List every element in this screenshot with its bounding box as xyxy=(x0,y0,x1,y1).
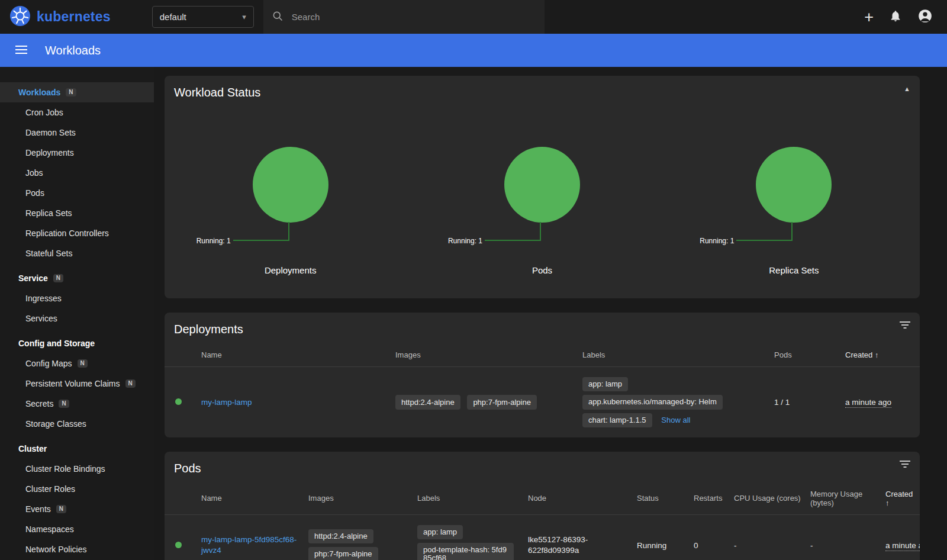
new-badge: N xyxy=(66,88,76,96)
bell-icon xyxy=(889,9,902,24)
pods-ready-count: 1 / 1 xyxy=(774,367,845,437)
search-input[interactable] xyxy=(292,12,536,22)
col-header-images: Images xyxy=(395,343,582,367)
new-badge: N xyxy=(78,359,88,368)
col-header-name[interactable]: Name xyxy=(201,482,308,515)
sidebar-item-pods[interactable]: Pods xyxy=(0,183,154,203)
sidebar-item-cluster-role-bindings[interactable]: Cluster Role Bindings xyxy=(0,459,154,479)
sidebar-item-label: Service xyxy=(18,273,48,283)
create-resource-button[interactable]: + xyxy=(864,10,874,24)
col-header-restarts: Restarts xyxy=(694,482,734,515)
deployment-row: my-lamp-lamp httpd:2.4-alpine php:7-fpm-… xyxy=(165,367,920,437)
deployment-name-link[interactable]: my-lamp-lamp xyxy=(201,398,252,407)
sidebar-item-jobs[interactable]: Jobs xyxy=(0,163,154,183)
collapse-card-button[interactable]: ▲ xyxy=(904,84,910,93)
col-header-status: Status xyxy=(637,482,694,515)
sidebar-item-label: Secrets xyxy=(25,399,53,408)
pie-annotation-connector xyxy=(736,222,793,241)
node-name: lke55127-86393-622f8d09399a xyxy=(528,535,627,556)
pie-annotation-connector xyxy=(485,222,541,241)
sidebar-item-label: Cron Jobs xyxy=(25,108,63,117)
sidebar-item-replica-sets[interactable]: Replica Sets xyxy=(0,203,154,223)
kubernetes-logo-icon xyxy=(9,5,31,29)
deployments-table: Name Images Labels Pods Created ↑ my-lam… xyxy=(165,343,920,437)
col-header-labels: Labels xyxy=(417,482,528,515)
sidebar-item-namespaces[interactable]: Namespaces xyxy=(0,519,154,539)
topbar-actions: + xyxy=(864,8,938,25)
sidebar-item-stateful-sets[interactable]: Stateful Sets xyxy=(0,243,154,263)
sidebar-header-cluster[interactable]: Cluster xyxy=(0,439,154,459)
pie-annotation-label: Running: 1 xyxy=(700,236,734,246)
search-bar[interactable] xyxy=(263,0,545,34)
account-button[interactable] xyxy=(917,8,933,25)
created-relative-time: a minute ago xyxy=(845,398,891,408)
sidebar-item-label: Replica Sets xyxy=(25,208,72,218)
col-header-created[interactable]: Created ↑ xyxy=(885,482,920,515)
sidebar-item-secrets[interactable]: Secrets N xyxy=(0,394,154,414)
status-running-dot xyxy=(175,542,182,548)
workload-status-charts: Running: 1 Deployments Running: 1 Pods R… xyxy=(165,107,920,298)
col-header-name[interactable]: Name xyxy=(201,343,395,367)
pie-annotation-label: Running: 1 xyxy=(197,236,231,246)
sidebar-item-events[interactable]: Events N xyxy=(0,499,154,519)
sidebar-item-cron-jobs[interactable]: Cron Jobs xyxy=(0,102,154,123)
table-header-row: Name Images Labels Pods Created ↑ xyxy=(165,343,920,367)
card-title: Workload Status xyxy=(165,76,920,107)
kubernetes-home-link[interactable]: kubernetes xyxy=(9,5,111,29)
account-circle-icon xyxy=(917,8,933,25)
sidebar-item-service[interactable]: Service N xyxy=(0,268,154,288)
col-header-memory-usage: Memory Usage (bytes) xyxy=(810,482,885,515)
pie-running-slice[interactable] xyxy=(504,147,580,223)
sidebar-item-daemon-sets[interactable]: Daemon Sets xyxy=(0,123,154,143)
filter-icon xyxy=(900,461,910,470)
pie-running-slice[interactable] xyxy=(756,147,832,223)
sidebar-item-label: Events xyxy=(25,504,51,514)
sidebar-item-label: Replication Controllers xyxy=(25,228,109,238)
sidebar-item-label: Jobs xyxy=(25,168,43,178)
card-title: Deployments xyxy=(165,313,920,343)
sidebar-item-label: Namespaces xyxy=(25,524,74,534)
new-badge: N xyxy=(56,505,66,513)
new-badge: N xyxy=(53,274,63,282)
sidebar-item-label: Cluster Roles xyxy=(25,484,75,494)
label-chip: chart: lamp-1.1.5 xyxy=(582,413,652,427)
main-content: Workload Status ▲ Running: 1 Deployments… xyxy=(154,67,947,560)
sidebar-item-label: Workloads xyxy=(18,88,60,97)
workload-status-card: Workload Status ▲ Running: 1 Deployments… xyxy=(165,76,920,298)
label-chip: app.kubernetes.io/managed-by: Helm xyxy=(582,395,723,409)
menu-button[interactable] xyxy=(12,41,31,60)
sidebar-item-label: Config and Storage xyxy=(18,339,95,348)
status-running-dot xyxy=(175,398,182,405)
sidebar-item-label: Config Maps xyxy=(25,359,72,368)
sidebar-item-deployments[interactable]: Deployments xyxy=(0,143,154,163)
sidebar-item-replication-controllers[interactable]: Replication Controllers xyxy=(0,223,154,243)
sidebar-item-workloads[interactable]: Workloads N xyxy=(0,82,154,102)
col-header-pods: Pods xyxy=(774,343,845,367)
sidebar-item-cluster-roles[interactable]: Cluster Roles xyxy=(0,479,154,499)
sort-asc-icon: ↑ xyxy=(885,498,890,507)
col-header-created[interactable]: Created ↑ xyxy=(845,343,920,367)
image-chip: httpd:2.4-alpine xyxy=(395,395,460,410)
namespace-selector[interactable]: default ▾ xyxy=(152,6,254,28)
search-icon xyxy=(272,10,284,24)
pod-name-link[interactable]: my-lamp-lamp-5fd985cf68-jwvz4 xyxy=(201,535,299,556)
sidebar-item-storage-classes[interactable]: Storage Classes xyxy=(0,414,154,434)
sidebar-item-services[interactable]: Services xyxy=(0,308,154,329)
page-toolbar: Workloads xyxy=(0,34,947,67)
deployments-pie-chart: Running: 1 Deployments xyxy=(165,147,416,290)
filter-button[interactable] xyxy=(900,321,910,331)
filter-button[interactable] xyxy=(900,460,910,470)
sidebar-item-ingresses[interactable]: Ingresses xyxy=(0,288,154,308)
memory-usage: - xyxy=(810,514,885,560)
sidebar-item-persistent-volume-claims[interactable]: Persistent Volume Claims N xyxy=(0,374,154,394)
show-all-labels-link[interactable]: Show all xyxy=(661,416,690,424)
notifications-button[interactable] xyxy=(889,9,902,24)
sidebar-header-config-and-storage[interactable]: Config and Storage xyxy=(0,333,154,353)
sidebar-item-network-policies[interactable]: Network Policies xyxy=(0,539,154,559)
pods-pie-chart: Running: 1 Pods xyxy=(416,147,668,290)
new-badge: N xyxy=(125,379,136,388)
sidebar-item-label: Pods xyxy=(25,188,44,198)
col-header-cpu-usage: CPU Usage (cores) xyxy=(734,482,810,515)
pie-running-slice[interactable] xyxy=(253,147,328,223)
sidebar-item-config-maps[interactable]: Config Maps N xyxy=(0,353,154,374)
